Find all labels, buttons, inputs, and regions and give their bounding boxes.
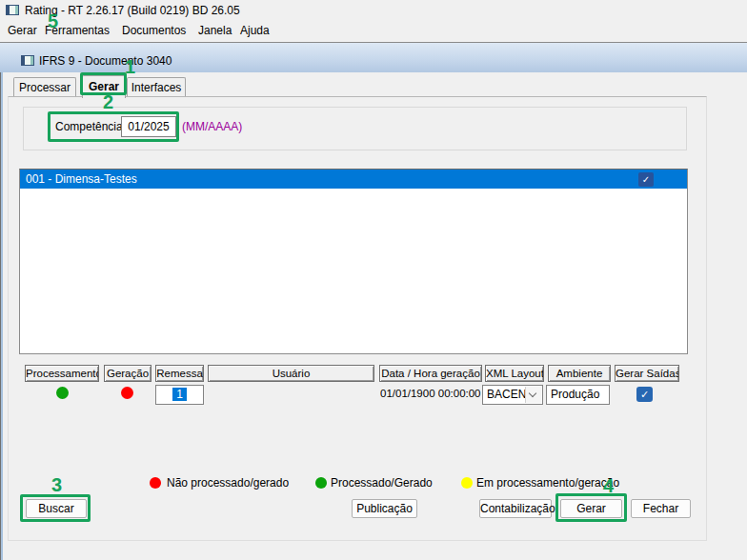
list-item-label: 001 - Dimensa-Testes (26, 172, 137, 186)
header-ambiente[interactable]: Ambiente (548, 365, 611, 382)
annotation-number-3: 3 (51, 475, 62, 494)
chevron-down-icon (529, 390, 536, 397)
child-window-icon (21, 55, 34, 66)
child-window-title: IFRS 9 - Documento 3040 (39, 54, 172, 68)
annotation-box-step2 (48, 111, 179, 142)
header-remessa[interactable]: Remessa (155, 365, 204, 382)
child-window-titlebar[interactable]: IFRS 9 - Documento 3040 (0, 42, 747, 72)
annotation-number-1: 1 (125, 57, 135, 76)
app-window-icon (6, 5, 19, 15)
remessa-value: 1 (172, 388, 187, 401)
check-icon: ✓ (640, 389, 649, 400)
ambiente-input[interactable]: Produção (546, 385, 610, 405)
legend-green-dot (315, 477, 327, 489)
xml-layout-dropdown[interactable]: BACEN (482, 385, 543, 405)
menu-ajuda[interactable]: Ajuda (240, 21, 270, 41)
legend-yellow-dot (461, 477, 473, 489)
header-geracao[interactable]: Geração (104, 365, 151, 382)
header-usuario[interactable]: Usuário (208, 365, 374, 382)
list-item-checkbox[interactable]: ✓ (638, 172, 654, 187)
legend-em-processamento: Em processamento/geração (476, 476, 619, 490)
legend-red-dot (150, 477, 161, 489)
menu-janela[interactable]: Janela (198, 21, 232, 41)
menubar: Gerar Ferramentas Documentos Janela Ajud… (0, 21, 747, 41)
annotation-number-2: 2 (103, 92, 113, 111)
header-xml-layout[interactable]: XML Layout (485, 365, 544, 382)
child-window-left-border (0, 42, 3, 560)
geracao-status-dot (121, 387, 133, 399)
header-processamento[interactable]: Processamento (25, 365, 99, 382)
xml-layout-value: BACEN (487, 386, 526, 404)
data-hora-geracao-value: 01/01/1900 00:00:00 (380, 388, 481, 399)
contabilizacao-button[interactable]: Contabilização (479, 499, 552, 518)
publicacao-button[interactable]: Publicação (352, 499, 417, 518)
legend-processado: Processado/Gerado (331, 476, 433, 490)
annotation-box-step4 (555, 493, 627, 522)
menu-documentos[interactable]: Documentos (122, 21, 186, 41)
annotation-box-step3 (20, 494, 91, 522)
tab-processar[interactable]: Processar (13, 77, 76, 97)
header-data-hora-geracao[interactable]: Data / Hora geração (379, 365, 482, 382)
annotation-number-5: 5 (48, 11, 58, 30)
header-gerar-saidas[interactable]: Gerar Saídas (615, 365, 679, 382)
menu-gerar[interactable]: Gerar (8, 21, 37, 41)
gerar-saidas-checkbox[interactable]: ✓ (636, 387, 653, 402)
tab-interfaces[interactable]: Interfaces (127, 77, 186, 97)
list-item-selected[interactable]: 001 - Dimensa-Testes ✓ (20, 170, 687, 189)
check-icon: ✓ (642, 174, 650, 185)
fechar-button[interactable]: Fechar (631, 499, 691, 518)
application-window: Rating - RT 2.26.17 (Build 0219) BD 26.0… (0, 0, 747, 560)
dropdown-button[interactable] (525, 387, 541, 403)
legend-nao-processado: Não processado/gerado (167, 476, 289, 490)
remessa-input[interactable]: 1 (155, 385, 204, 405)
main-titlebar[interactable]: Rating - RT 2.26.17 (Build 0219) BD 26.0… (0, 0, 747, 21)
annotation-number-4: 4 (603, 476, 614, 495)
document-listbox[interactable]: 001 - Dimensa-Testes ✓ (19, 169, 688, 354)
processamento-status-dot (56, 387, 69, 399)
competencia-format-hint: (MM/AAAA) (182, 120, 242, 133)
